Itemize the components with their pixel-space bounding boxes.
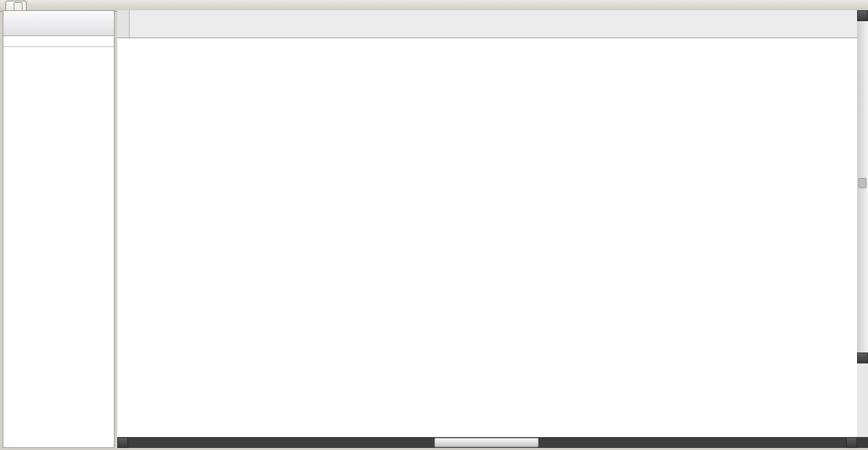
scroll-up-arrow-icon[interactable] [857,10,868,21]
vertical-toolbar [857,363,868,437]
scroll-down-arrow-icon[interactable] [857,352,868,363]
scrollbar-corner [857,437,868,448]
scroll-left-arrow-icon[interactable] [117,437,128,448]
scroll-right-arrow-icon[interactable] [846,437,857,448]
delegate-panel-header [3,11,114,36]
vertical-scrollbar-thumb[interactable] [858,178,867,188]
delegate-filter-row [3,36,114,47]
gantt-chart-body [117,38,857,437]
vertical-scrollbar [857,10,868,437]
timeline-scale [130,14,857,38]
timeline-header [117,10,857,38]
delegate-panel [3,10,115,448]
horizontal-scrollbar[interactable] [117,437,857,448]
timeline-corner-cell [117,10,130,38]
delegate-list [3,47,114,447]
horizontal-scrollbar-thumb[interactable] [434,438,539,447]
